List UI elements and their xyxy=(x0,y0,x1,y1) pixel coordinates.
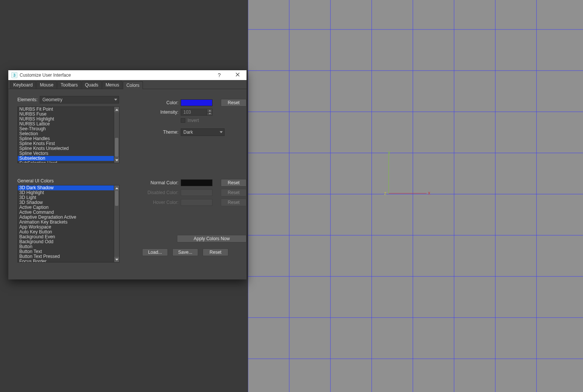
save-button[interactable]: Save... xyxy=(172,248,198,256)
ui-scrollbar[interactable] xyxy=(114,185,119,262)
list-item[interactable]: Spline Knots First xyxy=(18,141,114,146)
theme-label: Theme: xyxy=(142,130,178,135)
intensity-label: Intensity: xyxy=(142,110,178,115)
intensity-spinner[interactable]: 103 xyxy=(181,109,212,116)
list-item[interactable]: Selection xyxy=(18,131,114,136)
hover-color-label: Hover Color: xyxy=(142,200,178,205)
scroll-up-button[interactable] xyxy=(114,185,119,191)
list-item[interactable]: Button Text Pressed xyxy=(18,254,114,259)
customize-ui-dialog: 3 Customize User Interface ? Keyboard Mo… xyxy=(8,70,247,279)
list-item[interactable]: Animation Key Brackets xyxy=(18,220,114,225)
list-item[interactable]: Background Odd xyxy=(18,239,114,244)
axis-x-label: x xyxy=(428,190,430,196)
tab-mouse[interactable]: Mouse xyxy=(36,81,57,89)
spinner-down-button[interactable] xyxy=(207,112,212,116)
list-item[interactable]: NURBS Lattice xyxy=(18,122,114,127)
theme-dropdown[interactable]: Dark xyxy=(181,128,225,136)
normal-color-swatch[interactable] xyxy=(181,179,212,186)
scroll-up-button[interactable] xyxy=(114,107,119,112)
viewport[interactable]: x y z xyxy=(248,0,583,392)
tab-toolbars[interactable]: Toolbars xyxy=(57,81,81,89)
reset-color-button[interactable]: Reset xyxy=(221,99,247,106)
disabled-color-label: Disabled Color: xyxy=(142,190,178,195)
chevron-down-icon xyxy=(220,131,223,133)
color-swatch[interactable] xyxy=(181,99,212,106)
help-button[interactable]: ? xyxy=(210,70,228,80)
scroll-down-button[interactable] xyxy=(114,157,119,163)
list-item[interactable]: NURBS Fuse xyxy=(18,112,114,117)
scroll-thumb[interactable] xyxy=(115,138,118,157)
app-icon: 3 xyxy=(11,72,17,78)
axis-y-label: y xyxy=(388,150,390,155)
elements-listbox[interactable]: NURBS Fit PointNURBS FuseNURBS Highlight… xyxy=(17,106,119,163)
list-item[interactable]: Button Text xyxy=(18,249,114,254)
elements-label: Elements: xyxy=(17,97,37,102)
elements-dropdown-value: Geometry xyxy=(42,97,62,102)
intensity-value: 103 xyxy=(183,110,191,115)
invert-label: Invert xyxy=(188,118,199,123)
list-item[interactable]: 3D Dark Shadow xyxy=(18,185,114,190)
apply-colors-now-button[interactable]: Apply Colors Now xyxy=(177,235,247,242)
list-item[interactable]: Subselection xyxy=(18,156,114,161)
viewport-grid: x y z xyxy=(248,0,583,392)
axis-z-label: z xyxy=(384,191,386,196)
list-item[interactable]: Spline Vectors xyxy=(18,151,114,156)
close-icon xyxy=(236,73,240,78)
color-label: Color: xyxy=(142,100,178,105)
elements-scrollbar[interactable] xyxy=(114,107,119,163)
list-item[interactable]: 3D Light xyxy=(18,195,114,200)
reset-normal-color-button[interactable]: Reset xyxy=(221,179,247,187)
scroll-down-button[interactable] xyxy=(114,257,119,262)
list-item[interactable]: NURBS Fit Point xyxy=(18,107,114,112)
tab-colors[interactable]: Colors xyxy=(123,81,143,89)
list-item[interactable]: Focus Border xyxy=(18,259,114,262)
list-item[interactable]: Auto Key Button xyxy=(18,230,114,235)
reset-all-button[interactable]: Reset xyxy=(203,248,228,256)
dialog-title: Customize User Interface xyxy=(20,73,210,78)
tab-quads[interactable]: Quads xyxy=(82,81,102,89)
list-item[interactable]: Adaptive Degradation Active xyxy=(18,215,114,220)
normal-color-label: Normal Color: xyxy=(142,180,178,185)
scroll-thumb[interactable] xyxy=(115,191,118,206)
invert-checkbox[interactable] xyxy=(181,118,185,123)
list-item[interactable]: 3D Shadow xyxy=(18,200,114,205)
elements-dropdown[interactable]: Geometry xyxy=(40,96,119,103)
list-item[interactable]: 3D Highlight xyxy=(18,190,114,195)
list-item[interactable]: SubSelection Hard xyxy=(18,161,114,163)
close-button[interactable] xyxy=(228,70,247,80)
hover-color-swatch xyxy=(181,199,212,206)
chevron-down-icon xyxy=(114,99,117,101)
titlebar[interactable]: 3 Customize User Interface ? xyxy=(8,70,247,80)
list-item[interactable]: See-Through xyxy=(18,127,114,131)
spinner-up-button[interactable] xyxy=(207,109,212,112)
dialog-body: Elements: Geometry NURBS Fit PointNURBS … xyxy=(8,89,247,269)
tab-menus[interactable]: Menus xyxy=(102,81,122,89)
list-item[interactable]: Button xyxy=(18,244,114,249)
general-ui-colors-label: General UI Colors xyxy=(17,178,119,184)
list-item[interactable]: Spline Handles xyxy=(18,136,114,141)
list-item[interactable]: NURBS Highlight xyxy=(18,117,114,122)
reset-hover-color-button: Reset xyxy=(221,199,247,206)
tab-strip: Keyboard Mouse Toolbars Quads Menus Colo… xyxy=(8,80,247,89)
axis-gizmo: x y z xyxy=(384,150,430,196)
tab-keyboard[interactable]: Keyboard xyxy=(10,81,36,89)
list-item[interactable]: Spline Knots Unselected xyxy=(18,146,114,151)
list-item[interactable]: Active Caption xyxy=(18,205,114,210)
list-item[interactable]: Background Even xyxy=(18,235,114,239)
reset-disabled-color-button: Reset xyxy=(221,189,247,196)
general-ui-listbox[interactable]: 3D Dark Shadow3D Highlight3D Light3D Sha… xyxy=(17,185,119,262)
disabled-color-swatch xyxy=(181,189,212,196)
load-button[interactable]: Load... xyxy=(142,248,168,256)
list-item[interactable]: Active Command xyxy=(18,210,114,215)
theme-dropdown-value: Dark xyxy=(183,130,193,135)
list-item[interactable]: App Workspace xyxy=(18,225,114,230)
